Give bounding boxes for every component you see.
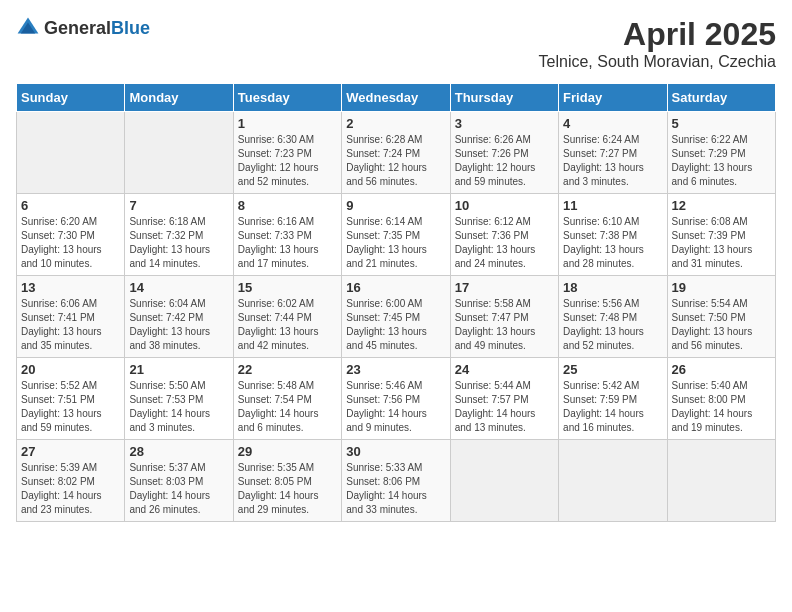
calendar-cell — [450, 440, 558, 522]
weekday-header-saturday: Saturday — [667, 84, 775, 112]
calendar-cell — [667, 440, 775, 522]
day-number: 10 — [455, 198, 554, 213]
day-number: 6 — [21, 198, 120, 213]
calendar-cell — [559, 440, 667, 522]
day-number: 18 — [563, 280, 662, 295]
day-info: Sunrise: 5:40 AM Sunset: 8:00 PM Dayligh… — [672, 379, 771, 435]
calendar-week-1: 1Sunrise: 6:30 AM Sunset: 7:23 PM Daylig… — [17, 112, 776, 194]
day-number: 12 — [672, 198, 771, 213]
day-number: 29 — [238, 444, 337, 459]
logo: GeneralBlue — [16, 16, 150, 40]
calendar-cell: 27Sunrise: 5:39 AM Sunset: 8:02 PM Dayli… — [17, 440, 125, 522]
logo-icon — [16, 16, 40, 40]
day-number: 30 — [346, 444, 445, 459]
logo-general-text: General — [44, 18, 111, 38]
day-info: Sunrise: 5:35 AM Sunset: 8:05 PM Dayligh… — [238, 461, 337, 517]
weekday-header-monday: Monday — [125, 84, 233, 112]
day-info: Sunrise: 6:28 AM Sunset: 7:24 PM Dayligh… — [346, 133, 445, 189]
day-info: Sunrise: 5:37 AM Sunset: 8:03 PM Dayligh… — [129, 461, 228, 517]
calendar-cell: 1Sunrise: 6:30 AM Sunset: 7:23 PM Daylig… — [233, 112, 341, 194]
calendar-cell — [125, 112, 233, 194]
calendar-cell: 2Sunrise: 6:28 AM Sunset: 7:24 PM Daylig… — [342, 112, 450, 194]
calendar-cell: 23Sunrise: 5:46 AM Sunset: 7:56 PM Dayli… — [342, 358, 450, 440]
day-info: Sunrise: 6:06 AM Sunset: 7:41 PM Dayligh… — [21, 297, 120, 353]
weekday-header-wednesday: Wednesday — [342, 84, 450, 112]
day-info: Sunrise: 5:56 AM Sunset: 7:48 PM Dayligh… — [563, 297, 662, 353]
calendar-week-4: 20Sunrise: 5:52 AM Sunset: 7:51 PM Dayli… — [17, 358, 776, 440]
logo-blue-text: Blue — [111, 18, 150, 38]
day-info: Sunrise: 5:46 AM Sunset: 7:56 PM Dayligh… — [346, 379, 445, 435]
calendar-cell: 22Sunrise: 5:48 AM Sunset: 7:54 PM Dayli… — [233, 358, 341, 440]
calendar-cell: 25Sunrise: 5:42 AM Sunset: 7:59 PM Dayli… — [559, 358, 667, 440]
calendar-cell: 4Sunrise: 6:24 AM Sunset: 7:27 PM Daylig… — [559, 112, 667, 194]
calendar-cell: 8Sunrise: 6:16 AM Sunset: 7:33 PM Daylig… — [233, 194, 341, 276]
calendar-subtitle: Telnice, South Moravian, Czechia — [539, 53, 776, 71]
day-number: 26 — [672, 362, 771, 377]
day-info: Sunrise: 6:22 AM Sunset: 7:29 PM Dayligh… — [672, 133, 771, 189]
calendar-cell: 30Sunrise: 5:33 AM Sunset: 8:06 PM Dayli… — [342, 440, 450, 522]
weekday-header-sunday: Sunday — [17, 84, 125, 112]
day-info: Sunrise: 6:24 AM Sunset: 7:27 PM Dayligh… — [563, 133, 662, 189]
day-info: Sunrise: 5:33 AM Sunset: 8:06 PM Dayligh… — [346, 461, 445, 517]
calendar-week-5: 27Sunrise: 5:39 AM Sunset: 8:02 PM Dayli… — [17, 440, 776, 522]
day-info: Sunrise: 5:58 AM Sunset: 7:47 PM Dayligh… — [455, 297, 554, 353]
day-info: Sunrise: 6:10 AM Sunset: 7:38 PM Dayligh… — [563, 215, 662, 271]
calendar-cell: 5Sunrise: 6:22 AM Sunset: 7:29 PM Daylig… — [667, 112, 775, 194]
day-number: 24 — [455, 362, 554, 377]
calendar-cell: 13Sunrise: 6:06 AM Sunset: 7:41 PM Dayli… — [17, 276, 125, 358]
day-info: Sunrise: 6:14 AM Sunset: 7:35 PM Dayligh… — [346, 215, 445, 271]
day-number: 13 — [21, 280, 120, 295]
calendar-cell: 26Sunrise: 5:40 AM Sunset: 8:00 PM Dayli… — [667, 358, 775, 440]
day-number: 15 — [238, 280, 337, 295]
day-number: 21 — [129, 362, 228, 377]
day-number: 4 — [563, 116, 662, 131]
day-info: Sunrise: 5:54 AM Sunset: 7:50 PM Dayligh… — [672, 297, 771, 353]
calendar-cell: 3Sunrise: 6:26 AM Sunset: 7:26 PM Daylig… — [450, 112, 558, 194]
day-number: 11 — [563, 198, 662, 213]
day-number: 14 — [129, 280, 228, 295]
calendar-cell: 16Sunrise: 6:00 AM Sunset: 7:45 PM Dayli… — [342, 276, 450, 358]
day-number: 9 — [346, 198, 445, 213]
calendar-cell: 20Sunrise: 5:52 AM Sunset: 7:51 PM Dayli… — [17, 358, 125, 440]
calendar-cell: 9Sunrise: 6:14 AM Sunset: 7:35 PM Daylig… — [342, 194, 450, 276]
day-number: 22 — [238, 362, 337, 377]
calendar-cell — [17, 112, 125, 194]
day-number: 25 — [563, 362, 662, 377]
day-info: Sunrise: 6:18 AM Sunset: 7:32 PM Dayligh… — [129, 215, 228, 271]
day-info: Sunrise: 5:44 AM Sunset: 7:57 PM Dayligh… — [455, 379, 554, 435]
calendar-week-3: 13Sunrise: 6:06 AM Sunset: 7:41 PM Dayli… — [17, 276, 776, 358]
day-number: 7 — [129, 198, 228, 213]
day-info: Sunrise: 6:12 AM Sunset: 7:36 PM Dayligh… — [455, 215, 554, 271]
calendar-cell: 12Sunrise: 6:08 AM Sunset: 7:39 PM Dayli… — [667, 194, 775, 276]
day-number: 23 — [346, 362, 445, 377]
weekday-header-friday: Friday — [559, 84, 667, 112]
day-info: Sunrise: 5:48 AM Sunset: 7:54 PM Dayligh… — [238, 379, 337, 435]
weekday-header-tuesday: Tuesday — [233, 84, 341, 112]
calendar-cell: 15Sunrise: 6:02 AM Sunset: 7:44 PM Dayli… — [233, 276, 341, 358]
day-info: Sunrise: 6:04 AM Sunset: 7:42 PM Dayligh… — [129, 297, 228, 353]
day-number: 5 — [672, 116, 771, 131]
day-info: Sunrise: 6:02 AM Sunset: 7:44 PM Dayligh… — [238, 297, 337, 353]
calendar-cell: 24Sunrise: 5:44 AM Sunset: 7:57 PM Dayli… — [450, 358, 558, 440]
calendar-cell: 7Sunrise: 6:18 AM Sunset: 7:32 PM Daylig… — [125, 194, 233, 276]
day-info: Sunrise: 5:52 AM Sunset: 7:51 PM Dayligh… — [21, 379, 120, 435]
day-info: Sunrise: 5:39 AM Sunset: 8:02 PM Dayligh… — [21, 461, 120, 517]
day-number: 28 — [129, 444, 228, 459]
calendar-title: April 2025 — [539, 16, 776, 53]
calendar-table: SundayMondayTuesdayWednesdayThursdayFrid… — [16, 83, 776, 522]
calendar-cell: 29Sunrise: 5:35 AM Sunset: 8:05 PM Dayli… — [233, 440, 341, 522]
day-number: 19 — [672, 280, 771, 295]
calendar-cell: 17Sunrise: 5:58 AM Sunset: 7:47 PM Dayli… — [450, 276, 558, 358]
day-info: Sunrise: 5:50 AM Sunset: 7:53 PM Dayligh… — [129, 379, 228, 435]
calendar-cell: 11Sunrise: 6:10 AM Sunset: 7:38 PM Dayli… — [559, 194, 667, 276]
calendar-cell: 28Sunrise: 5:37 AM Sunset: 8:03 PM Dayli… — [125, 440, 233, 522]
calendar-cell: 21Sunrise: 5:50 AM Sunset: 7:53 PM Dayli… — [125, 358, 233, 440]
day-info: Sunrise: 6:00 AM Sunset: 7:45 PM Dayligh… — [346, 297, 445, 353]
day-info: Sunrise: 6:26 AM Sunset: 7:26 PM Dayligh… — [455, 133, 554, 189]
day-number: 8 — [238, 198, 337, 213]
day-info: Sunrise: 6:20 AM Sunset: 7:30 PM Dayligh… — [21, 215, 120, 271]
day-number: 3 — [455, 116, 554, 131]
page-header: GeneralBlue April 2025 Telnice, South Mo… — [16, 16, 776, 71]
day-number: 2 — [346, 116, 445, 131]
weekday-header-row: SundayMondayTuesdayWednesdayThursdayFrid… — [17, 84, 776, 112]
